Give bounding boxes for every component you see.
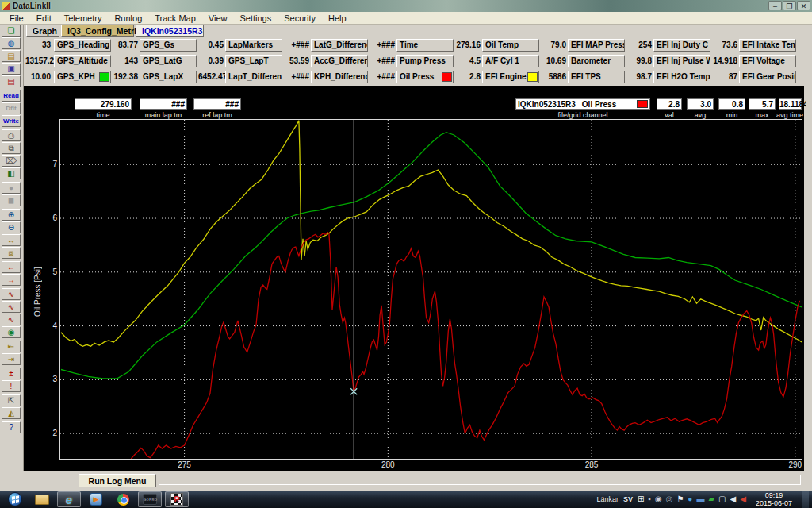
channel-button-barometer[interactable]: Barometer: [568, 55, 625, 67]
help-pointer-icon[interactable]: ?: [2, 421, 21, 433]
close-button[interactable]: ✕: [797, 1, 810, 10]
plot-area[interactable]: 234567 275280285290: [59, 119, 802, 460]
open-folder-icon[interactable]: ▤: [2, 50, 21, 62]
channel-button-gps-gs[interactable]: GPS_Gs: [140, 39, 197, 52]
flag-icon[interactable]: ⚑: [676, 495, 684, 503]
run-log-menu-tab[interactable]: Run Log Menu: [79, 474, 156, 487]
taskbar-app-chrome-icon[interactable]: [111, 491, 135, 507]
taskbar-app-internet-explorer-icon[interactable]: e: [57, 491, 81, 507]
taskbar-app-windows-start-icon[interactable]: [3, 491, 27, 507]
zoom-in-icon[interactable]: ⊕: [2, 209, 21, 221]
tab-config-file[interactable]: IQ3_Config_Metric: [61, 25, 134, 37]
menu-settings[interactable]: Settings: [233, 13, 278, 24]
menu-file[interactable]: File: [3, 13, 30, 24]
channel-button-efi-voltage[interactable]: EFI Voltage: [739, 55, 796, 67]
channel-button-efi-gear-position[interactable]: EFI Gear Position: [739, 71, 796, 83]
stop-icon[interactable]: ◼: [2, 194, 21, 206]
channel-button-pump-press[interactable]: Pump Press: [396, 55, 454, 67]
channel-button-a-f-cyl-1[interactable]: A/F Cyl 1: [482, 55, 539, 67]
copy-icon[interactable]: ⧉: [2, 142, 21, 154]
channel-button-latg-difference[interactable]: LatG_Difference: [311, 39, 368, 52]
vehicle-icon[interactable]: ▬: [696, 495, 704, 503]
organize-channels-icon[interactable]: ◧: [2, 167, 21, 179]
channel-button-efi-inj-pulse-w[interactable]: EFI Inj Pulse W: [653, 55, 710, 67]
channel-button-accg-difference[interactable]: AccG_Difference: [311, 55, 368, 67]
print-icon[interactable]: ⎙: [2, 129, 21, 141]
channel-button-efi-map-press[interactable]: EFI MAP Press: [568, 39, 625, 52]
cursor-wave-c-icon[interactable]: ∿: [2, 314, 21, 325]
math-channel-icon[interactable]: ±: [2, 368, 21, 379]
channel-button-time[interactable]: Time: [396, 39, 454, 52]
graph-button[interactable]: Graph: [26, 25, 59, 37]
zoom-out-icon[interactable]: ⊖: [2, 221, 21, 233]
erase-icon[interactable]: ⌦: [2, 155, 21, 167]
shift-right-icon[interactable]: ⇥: [2, 353, 21, 365]
steam-icon[interactable]: ◎: [666, 495, 673, 503]
channel-button-efi-intake-temp[interactable]: EFI Intake Temp: [739, 39, 796, 52]
display-icon[interactable]: ▢: [718, 495, 726, 503]
channel-value-efi-inj-duty-c: 73.6: [712, 40, 737, 52]
channel-button-gps-heading[interactable]: GPS_Heading: [54, 39, 111, 52]
menu-security[interactable]: Security: [278, 13, 322, 24]
zoom-full-icon[interactable]: ↔: [2, 234, 21, 246]
default-config-button[interactable]: Dflt: [2, 102, 21, 114]
record-icon[interactable]: ●: [2, 182, 21, 194]
channel-button-lapmarkers[interactable]: LapMarkers: [225, 39, 282, 52]
menu-edit[interactable]: Edit: [30, 13, 58, 24]
maximize-button[interactable]: ❐: [783, 1, 796, 10]
save-file-icon[interactable]: ▣: [2, 63, 21, 75]
prev-lap-icon[interactable]: ←: [2, 261, 21, 273]
shift-left-icon[interactable]: ⇤: [2, 341, 21, 352]
audio-device-icon[interactable]: ◀: [740, 495, 746, 503]
channel-button-gps-kph[interactable]: GPS_KPH: [54, 71, 111, 83]
links-toolbar-label[interactable]: Länkar: [596, 495, 619, 503]
channel-button-efi-engine-rpm[interactable]: EFI Engine RPM: [482, 71, 539, 83]
taskbar-app-racepak-icon[interactable]: R: [165, 491, 189, 507]
menu-view[interactable]: View: [202, 13, 234, 24]
cursor-wave-a-icon[interactable]: ∿: [2, 288, 21, 300]
menu-runlog[interactable]: Runlog: [108, 13, 148, 24]
settings-circle-icon[interactable]: ◉: [655, 495, 662, 503]
zoom-window-icon[interactable]: ⧈: [2, 247, 21, 259]
write-config-button[interactable]: Write: [2, 115, 21, 127]
taskbar-clock[interactable]: 09:19 2015-06-07: [751, 491, 797, 507]
next-lap-icon[interactable]: →: [2, 274, 21, 286]
tab-run-file[interactable]: IQKin052315R3: [136, 25, 204, 37]
channel-button-efi-inj-duty-c[interactable]: EFI Inj Duty C: [653, 39, 710, 52]
internet-globe-icon[interactable]: ◍: [2, 37, 21, 49]
menu-track-map[interactable]: Track Map: [148, 13, 202, 24]
usb-icon[interactable]: ▰: [708, 495, 714, 503]
channel-button-kph-difference[interactable]: KPH_Difference: [311, 71, 368, 83]
channel-button-efi-tps[interactable]: EFI TPS: [568, 71, 625, 83]
read-config-button[interactable]: Read: [2, 90, 21, 102]
apps-grid-icon[interactable]: ⊞: [638, 495, 644, 503]
window-right-border: [806, 25, 812, 471]
taskbar-app-explorer-folder-icon[interactable]: [30, 491, 54, 507]
channel-button-gps-altitude[interactable]: GPS_Altitude: [54, 55, 111, 67]
new-file-icon[interactable]: ❏: [2, 25, 21, 37]
min-max-icon[interactable]: ◭: [2, 407, 21, 419]
channel-button-oil-press[interactable]: Oil Press: [396, 71, 454, 83]
runlog-tool-icon[interactable]: ⇱: [2, 394, 21, 406]
sync-icon[interactable]: ●: [688, 495, 692, 503]
import-run-icon[interactable]: ▤: [2, 75, 21, 87]
channel-button-efi-h2o-temp[interactable]: EFI H2O Temp: [653, 71, 710, 83]
channel-button-lapt-difference[interactable]: LapT_Difference: [225, 71, 282, 83]
channel-button-gps-latg[interactable]: GPS_LatG: [140, 55, 197, 67]
photo-icon[interactable]: ▪: [648, 495, 651, 503]
taskbar-app-gopro-icon[interactable]: GOPRO: [138, 491, 162, 507]
channel-button-gps-lapx[interactable]: GPS_LapX: [140, 71, 197, 83]
file-grid-channel-selector[interactable]: IQKin052315R3 Oil Press: [515, 98, 650, 110]
track-replay-icon[interactable]: ◉: [2, 326, 21, 338]
menu-telemetry[interactable]: Telemetry: [58, 13, 109, 24]
channel-button-oil-temp[interactable]: Oil Temp: [482, 39, 539, 52]
taskbar-app-media-player-icon[interactable]: ▶: [84, 491, 108, 507]
language-indicator[interactable]: SV: [623, 495, 633, 503]
channel-button-gps-lapt[interactable]: GPS_LapT: [225, 55, 282, 67]
alarm-channel-icon[interactable]: !: [2, 380, 21, 392]
menu-help[interactable]: Help: [322, 13, 353, 24]
cursor-wave-b-icon[interactable]: ∿: [2, 301, 21, 313]
show-desktop-button[interactable]: [802, 491, 809, 508]
minimize-button[interactable]: –: [768, 1, 782, 10]
volume-icon[interactable]: ◀: [730, 495, 737, 503]
